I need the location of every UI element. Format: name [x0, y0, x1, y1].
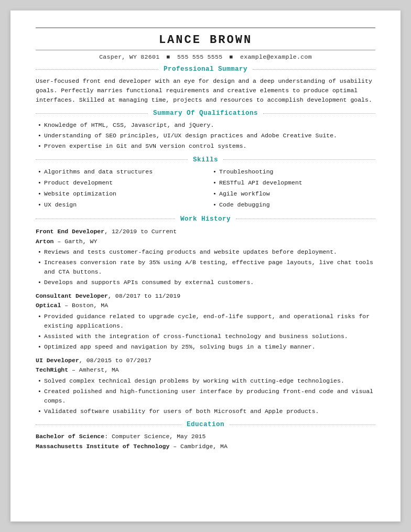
candidate-name: Lance Brown	[36, 34, 375, 47]
section-title-summary: Professional Summary	[158, 66, 253, 73]
contact-email: example@example.com	[240, 53, 312, 60]
section-line-right-q	[263, 113, 375, 114]
section-line-left-q	[36, 113, 148, 114]
list-item: Provided guidance related to upgrade cyc…	[36, 312, 375, 331]
edu-location: Cambridge, MA	[180, 443, 228, 450]
section-title-skills: Skills	[188, 156, 223, 164]
section-title-education: Education	[181, 421, 230, 428]
list-item: Troubleshooting	[211, 167, 375, 177]
list-item: Understanding of SEO principles, UI/UX d…	[36, 131, 375, 140]
list-item: Assisted with the integration of cross-f…	[36, 332, 375, 341]
company-name-1: Arton	[36, 238, 54, 245]
name-section: Lance Brown	[36, 34, 375, 47]
section-line-right-e	[230, 425, 375, 425]
list-item: Reviews and tests customer-facing produc…	[36, 247, 375, 257]
section-line-left-w	[36, 219, 175, 219]
job-title-line-3: UI Developer, 08/2015 to 07/2017	[36, 356, 375, 365]
qualifications-list: Knowledge of HTML, CSS, Javascript, and …	[36, 121, 375, 150]
section-line-left	[36, 69, 158, 70]
education-institution-line: Massachusetts Institute of Technology – …	[36, 442, 375, 451]
company-name-3: TechRight	[36, 366, 68, 373]
section-line-right	[253, 69, 375, 70]
job-bullets-1: Reviews and tests customer-facing produc…	[36, 247, 375, 287]
skills-list: Algorithms and data structures Troublesh…	[36, 167, 375, 210]
top-border	[36, 27, 375, 28]
list-item: Develops and supports APIs consumed by e…	[36, 278, 375, 287]
list-item: Solved complex technical design problems…	[36, 376, 375, 386]
job-bullets-2: Provided guidance related to upgrade cyc…	[36, 312, 375, 351]
edu-field: Computer Science, May 2015	[112, 433, 206, 440]
list-item: Proven expertise in Git and SVN version …	[36, 142, 375, 151]
job-title-line-1: Front End Developer, 12/2019 to Current	[36, 227, 375, 236]
job-dates-3: , 08/2015 to 07/2017	[79, 357, 152, 364]
resume-page: Lance Brown Casper, WY 82601 ■ 555 555 5…	[10, 10, 401, 522]
job-location-1: – Garth, WY	[54, 238, 98, 245]
section-header-summary: Professional Summary	[36, 66, 375, 73]
job-location-3: – Amherst, MA	[68, 366, 119, 373]
list-item: RESTful API development	[211, 178, 375, 188]
job-company-line-1: Arton – Garth, WY	[36, 237, 375, 246]
section-line-right-s	[223, 159, 375, 160]
section-line-right-w	[236, 219, 375, 219]
list-item: Product development	[36, 178, 200, 188]
list-item: Optimized app speed and navigation by 25…	[36, 342, 375, 352]
section-header-education: Education	[36, 421, 375, 428]
job-dates-1: , 12/2019 to Current	[104, 228, 177, 235]
job-location-2: – Boston, MA	[61, 302, 108, 309]
section-header-skills: Skills	[36, 156, 375, 164]
job-company-line-3: TechRight – Amherst, MA	[36, 365, 375, 375]
job-title-3: UI Developer	[36, 357, 79, 364]
list-item: Knowledge of HTML, CSS, Javascript, and …	[36, 121, 375, 130]
edu-degree: Bachelor of Science	[36, 433, 104, 440]
job-title-2: Consultant Developer	[36, 292, 108, 299]
name-underline	[36, 50, 375, 50]
contact-city: Casper, WY 82601	[99, 53, 159, 60]
contact-sep2: ■	[230, 53, 233, 60]
list-item: Created polished and high-functioning us…	[36, 387, 375, 406]
job-title-1: Front End Developer	[36, 228, 104, 235]
job-company-line-2: Optical – Boston, MA	[36, 301, 375, 310]
section-line-left-s	[36, 159, 188, 160]
section-header-qualifications: Summary Of Qualifications	[36, 110, 375, 117]
contact-sep1: ■	[167, 53, 170, 60]
section-line-left-e	[36, 425, 181, 425]
company-name-2: Optical	[36, 302, 61, 309]
job-bullets-3: Solved complex technical design problems…	[36, 376, 375, 416]
section-title-work: Work History	[175, 215, 236, 223]
job-dates-2: , 08/2017 to 11/2019	[108, 292, 180, 299]
summary-text: User-focused front end developer with an…	[36, 77, 375, 104]
job-title-line-2: Consultant Developer, 08/2017 to 11/2019	[36, 291, 375, 301]
section-header-work: Work History	[36, 215, 375, 223]
list-item: Website optimization	[36, 189, 200, 199]
contact-phone: 555 555 5555	[177, 53, 222, 60]
contact-line: Casper, WY 82601 ■ 555 555 5555 ■ exampl…	[36, 53, 375, 60]
list-item: Algorithms and data structures	[36, 167, 200, 177]
list-item: Validated software usability for users o…	[36, 407, 375, 416]
education-degree-line: Bachelor of Science: Computer Science, M…	[36, 432, 375, 441]
section-title-qualifications: Summary Of Qualifications	[148, 110, 263, 117]
list-item: Code debugging	[211, 200, 375, 210]
list-item: Agile workflow	[211, 189, 375, 199]
list-item: Increases conversion rate by 35% using A…	[36, 258, 375, 277]
edu-institution: Massachusetts Institute of Technology	[36, 443, 169, 450]
list-item: UX design	[36, 200, 200, 210]
